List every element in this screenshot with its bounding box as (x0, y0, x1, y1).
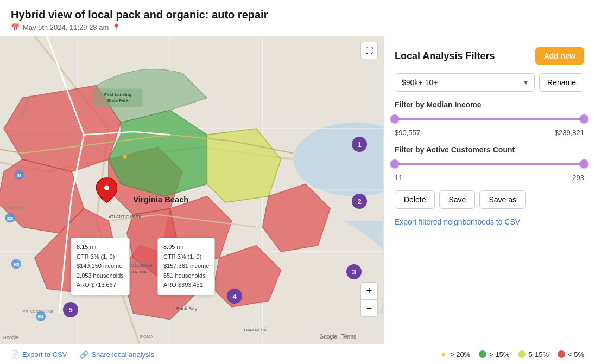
panel-header: Local Analysis Filters Add new (395, 47, 584, 65)
legend-star-icon: ★ (440, 350, 447, 359)
delete-button[interactable]: Delete (395, 190, 435, 209)
legend-label-15: > 15% (489, 350, 509, 359)
legend-item-15: > 15% (479, 350, 509, 359)
income-max: $239,821 (555, 129, 584, 137)
badge-1: 1 (352, 137, 367, 152)
zoom-in-button[interactable]: + (360, 282, 378, 299)
zoom-out-button[interactable]: − (360, 299, 378, 317)
fullscreen-button[interactable]: ⛶ (360, 42, 378, 59)
location-icon: 📍 (112, 23, 121, 31)
save-as-button[interactable]: Save as (479, 190, 526, 209)
tooltip-5: 8.15 mi CTR 3% (1, 0) $149,150 income 2,… (71, 238, 130, 295)
main-content: First Landing State Park FORT STORY LYNN… (0, 36, 595, 344)
customers-min: 11 (395, 174, 402, 182)
customers-slider-fill (395, 163, 584, 165)
dropdown-chevron: ▾ (524, 78, 528, 87)
svg-text:Virginia Beach: Virginia Beach (133, 195, 188, 204)
badge-3: 3 (346, 264, 362, 279)
filter-dropdown[interactable]: $90k+ 10+ ▾ (395, 73, 535, 92)
customers-slider-thumb-right[interactable] (580, 159, 588, 168)
panel-title: Local Analysis Filters (395, 50, 495, 62)
badge-5: 5 (63, 302, 78, 317)
svg-text:DAM NECK: DAM NECK (244, 328, 267, 333)
page-subtitle: 📅 May 5th 2024, 11:29:28 am 📍 (11, 23, 584, 31)
svg-text:603: 603 (37, 315, 44, 318)
calendar-icon: 📅 (11, 23, 20, 31)
map-attribution: Google Terms (320, 334, 356, 340)
save-button[interactable]: Save (439, 190, 475, 209)
page-title: Hybrid view of local pack and organic: a… (11, 9, 584, 21)
filter-selector-row: $90k+ 10+ ▾ Rename (395, 73, 584, 92)
customers-slider-values: 11 293 (395, 174, 584, 182)
svg-text:★: ★ (121, 152, 129, 161)
zoom-controls: + − (360, 282, 378, 317)
customers-slider-thumb-left[interactable] (390, 159, 399, 168)
income-slider-thumb-right[interactable] (580, 114, 588, 123)
badge-4: 4 (227, 289, 242, 304)
legend-item-5: < 5% (558, 350, 584, 359)
action-buttons: Delete Save Save as (395, 190, 584, 209)
legend-label-5: < 5% (568, 350, 584, 359)
share-icon: 🔗 (80, 350, 88, 359)
tooltip-4: 8.05 mi CTR 3% (1, 0) $157,361 income 65… (157, 238, 215, 295)
customers-filter-section: Filter by Active Customers Count 11 293 (395, 145, 584, 182)
rename-button[interactable]: Rename (539, 73, 584, 92)
top-bar: Hybrid view of local pack and organic: a… (0, 0, 595, 36)
export-csv-label: Export to CSV (22, 350, 67, 359)
share-action[interactable]: 🔗 Share local analysis (80, 350, 154, 359)
export-csv-action[interactable]: 📄 Export to CSV (11, 350, 67, 359)
terms-link[interactable]: Terms (341, 334, 356, 340)
svg-text:ATLANTIC PARK: ATLANTIC PARK (109, 214, 142, 219)
income-filter-label: Filter by Median Income (395, 100, 584, 109)
filter-name: $90k+ 10+ (402, 78, 438, 87)
right-panel: Local Analysis Filters Add new $90k+ 10+… (383, 36, 595, 344)
bottom-bar: 📄 Export to CSV 🔗 Share local analysis ★… (0, 344, 595, 364)
badge-2: 2 (352, 194, 367, 209)
export-icon: 📄 (11, 350, 20, 359)
google-attribution: Google (320, 334, 337, 340)
income-slider-values: $90,557 $239,821 (395, 129, 584, 137)
income-min: $90,557 (395, 129, 420, 137)
svg-text:LYNNHAVEN: LYNNHAVEN (4, 206, 26, 209)
income-slider-fill (395, 118, 584, 120)
income-slider-thumb-left[interactable] (390, 114, 399, 123)
customers-slider[interactable] (395, 158, 584, 169)
legend-dot-5 (558, 350, 565, 358)
svg-text:First Landing: First Landing (104, 92, 131, 97)
map-svg: First Landing State Park FORT STORY LYNN… (0, 36, 383, 344)
legend-label-20: > 20% (450, 350, 470, 359)
timestamp: May 5th 2024, 11:29:28 am (23, 23, 109, 31)
svg-text:Back Bay: Back Bay (176, 306, 198, 311)
legend-item-5-15: 5-15% (518, 350, 549, 359)
legend-item-20: ★ > 20% (440, 350, 470, 359)
customers-max: 293 (572, 174, 584, 182)
svg-point-43 (104, 185, 109, 190)
legend-dot-5-15 (518, 350, 526, 358)
customers-filter-label: Filter by Active Customers Count (395, 145, 584, 154)
customers-slider-track (395, 163, 584, 165)
svg-text:State Park: State Park (107, 98, 129, 103)
legend-dot-15 (479, 350, 486, 358)
svg-text:58: 58 (17, 174, 22, 177)
export-csv-label: Export filtered neighborhoods to CSV (395, 218, 520, 226)
map-area[interactable]: First Landing State Park FORT STORY LYNN… (0, 36, 383, 344)
svg-text:Google: Google (3, 335, 18, 340)
map-controls: ⛶ (360, 42, 378, 59)
share-label: Share local analysis (91, 350, 154, 359)
add-new-button[interactable]: Add new (535, 47, 584, 65)
income-slider-track (395, 118, 584, 120)
legend-label-5-15: 5-15% (528, 350, 549, 359)
income-slider[interactable] (395, 113, 584, 124)
svg-text:105: 105 (13, 263, 20, 266)
income-filter-section: Filter by Median Income $90,557 $239,821 (395, 100, 584, 137)
svg-text:225: 225 (7, 216, 14, 220)
svg-text:SIGMA: SIGMA (140, 334, 154, 339)
legend: ★ > 20% > 15% 5-15% < 5% (440, 350, 584, 359)
export-csv-link[interactable]: Export filtered neighborhoods to CSV (395, 218, 584, 226)
